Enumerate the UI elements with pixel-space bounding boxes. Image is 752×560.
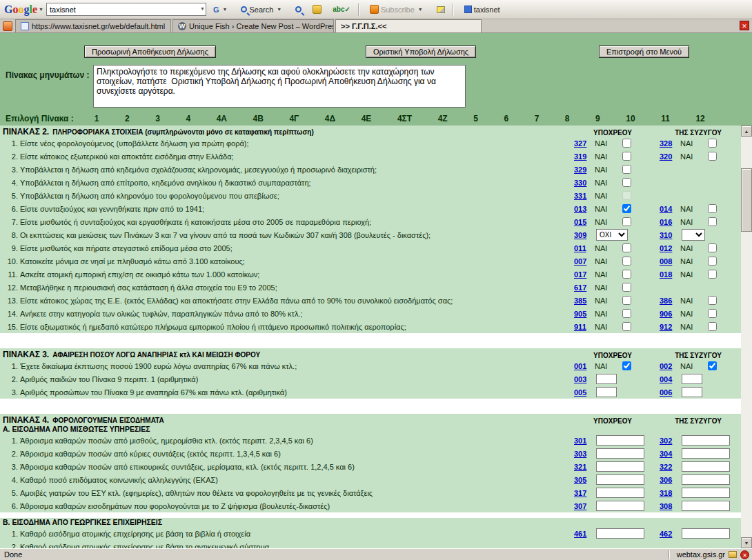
code-385-link[interactable]: 385 [574,297,595,305]
code-617-link[interactable]: 617 [574,283,595,292]
code-303-link[interactable]: 303 [574,450,595,458]
field-001-checkbox[interactable] [622,361,631,370]
search-history-dropdown-icon[interactable]: ▼ [200,6,205,11]
code-302-link[interactable]: 302 [660,437,680,445]
code-007-link[interactable]: 007 [574,257,595,266]
field-328-checkbox[interactable] [708,139,717,148]
code-321-link[interactable]: 321 [574,463,595,471]
field-322-input[interactable] [682,461,730,472]
field-319-checkbox[interactable] [622,152,631,161]
error-badge-icon[interactable]: ✕ [740,550,749,559]
field-017-checkbox[interactable] [622,270,631,279]
field-617-checkbox[interactable] [622,283,631,292]
code-906-link[interactable]: 906 [660,310,680,318]
field-004-input[interactable] [682,374,702,384]
table-select-17[interactable]: 10 [626,114,635,123]
code-301-link[interactable]: 301 [574,437,595,445]
code-327-link[interactable]: 327 [574,139,595,148]
code-005-link[interactable]: 005 [574,388,595,397]
field-309-select[interactable]: ΟΧΙ [596,229,628,241]
code-305-link[interactable]: 305 [574,476,595,484]
field-320-checkbox[interactable] [708,152,717,161]
site-search-button[interactable] [291,4,306,14]
code-318-link[interactable]: 318 [660,489,680,497]
code-304-link[interactable]: 304 [660,450,680,458]
field-905-checkbox[interactable] [622,309,631,318]
scroll-up-icon[interactable]: ▲ [741,126,752,137]
table-select-10[interactable]: 4ΣΤ [397,114,412,123]
field-303-input[interactable] [596,448,644,459]
messages-textarea[interactable]: Πληκτρολογήστε το περιεχόμενο της Δήλωση… [93,65,466,108]
final-submit-button[interactable]: Οριστική Υποβολή Δήλωσης [366,46,476,58]
subscribe-button[interactable]: Subscribe ▼ [366,3,430,16]
code-309-link[interactable]: 309 [574,231,595,239]
table-select-1[interactable]: 1 [95,114,99,123]
table-select-8[interactable]: 4Δ [325,114,335,123]
field-386-checkbox[interactable] [708,296,717,305]
code-319-link[interactable]: 319 [574,152,595,161]
field-005-input[interactable] [596,387,617,397]
search-button[interactable]: Search ▼ [237,3,288,16]
field-007-checkbox[interactable] [622,257,631,266]
highlighter-button[interactable] [433,4,449,15]
chevron-down-icon[interactable]: ▼ [39,7,43,12]
field-308-input[interactable] [682,501,730,511]
code-307-link[interactable]: 307 [574,502,595,510]
code-016-link[interactable]: 016 [660,218,680,226]
code-310-link[interactable]: 310 [660,231,680,239]
code-317-link[interactable]: 317 [574,489,595,497]
close-tab-icon[interactable]: ✕ [740,21,749,30]
field-003-input[interactable] [596,374,617,384]
code-014-link[interactable]: 014 [660,205,680,213]
field-014-checkbox[interactable] [708,204,717,213]
code-002-link[interactable]: 002 [660,362,680,370]
return-to-menu-button[interactable]: Επιστροφή στο Μενού [599,46,689,58]
tab-taxisnet-url[interactable]: https://www.taxisnet.gr/web/default.html [15,19,171,32]
toolbar-search-input[interactable] [46,3,206,16]
temporary-save-button[interactable]: Προσωρινή Αποθήκευση Δήλωσης [84,46,216,58]
tab-wordpress[interactable]: W Unique Fish › Create New Post – WordPr… [172,19,334,32]
table-select-11[interactable]: 4Ζ [438,114,448,123]
code-329-link[interactable]: 329 [574,166,595,174]
code-328-link[interactable]: 328 [660,139,680,148]
field-011-checkbox[interactable] [622,243,631,252]
field-015-checkbox[interactable] [622,217,631,226]
table-select-7[interactable]: 4Γ [289,114,299,123]
code-015-link[interactable]: 015 [574,218,595,226]
bookmark-taxisnet-button[interactable]: taxisnet [460,3,504,16]
code-461-link[interactable]: 461 [574,530,595,538]
field-305-input[interactable] [596,474,644,485]
field-329-checkbox[interactable] [622,165,631,174]
code-004-link[interactable]: 004 [660,375,680,383]
scroll-down-icon[interactable]: ▼ [741,537,752,548]
table-select-5[interactable]: 4Α [217,114,227,123]
field-016-checkbox[interactable] [708,217,717,226]
code-322-link[interactable]: 322 [660,463,680,471]
table-select-19[interactable]: 12 [695,114,704,123]
field-385-checkbox[interactable] [622,296,631,305]
table-select-12[interactable]: 5 [473,114,478,123]
code-308-link[interactable]: 308 [660,502,680,510]
code-320-link[interactable]: 320 [660,152,680,161]
new-tab-icon[interactable] [3,21,12,31]
field-462-input[interactable] [682,528,730,539]
field-012-checkbox[interactable] [708,243,717,252]
vertical-scrollbar[interactable]: ▲ ▼ [741,126,752,548]
table-select-16[interactable]: 9 [595,114,600,123]
field-318-input[interactable] [682,488,730,498]
code-386-link[interactable]: 386 [660,297,680,305]
field-302-input[interactable] [682,435,730,446]
code-331-link[interactable]: 331 [574,192,595,200]
code-018-link[interactable]: 018 [660,270,680,279]
table-select-14[interactable]: 7 [535,114,540,123]
field-307-input[interactable] [596,501,644,511]
field-321-input[interactable] [596,461,644,472]
field-304-input[interactable] [682,448,730,459]
field-330-checkbox[interactable] [622,178,631,187]
table-select-9[interactable]: 4Ε [362,114,372,123]
field-331-checkbox[interactable] [622,191,631,200]
field-002-checkbox[interactable] [708,361,717,370]
table-select-6[interactable]: 4Β [253,114,264,123]
table-select-15[interactable]: 8 [565,114,570,123]
code-330-link[interactable]: 330 [574,179,595,187]
